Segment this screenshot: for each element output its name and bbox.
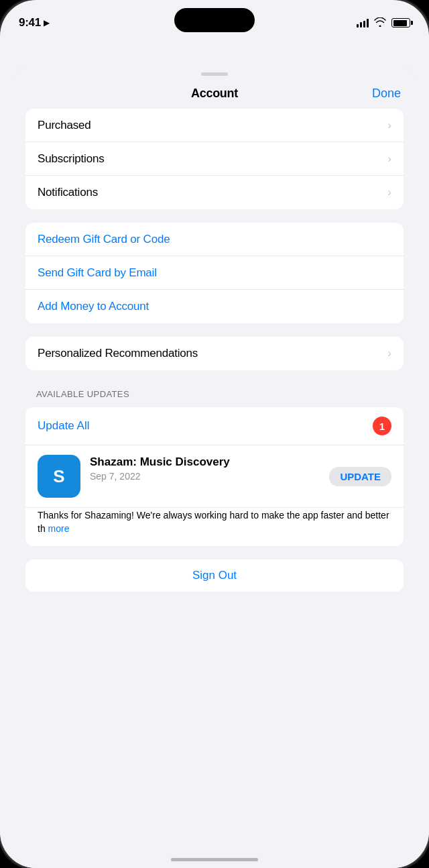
signal-bar-4 (367, 19, 369, 28)
section2-card: Redeem Gift Card or Code Send Gift Card … (25, 223, 404, 323)
purchased-row[interactable]: Purchased › (25, 109, 404, 142)
status-time: 9:41 (19, 16, 41, 30)
updates-card: Update All 1 S (25, 407, 404, 546)
update-all-row[interactable]: Update All 1 (25, 407, 404, 445)
more-link[interactable]: more (48, 523, 70, 534)
notifications-label: Notifications (38, 186, 98, 199)
app-date: Sep 7, 2022 (90, 471, 320, 482)
home-indicator (171, 858, 258, 861)
send-gift-row[interactable]: Send Gift Card by Email (25, 256, 404, 290)
sign-out-row[interactable]: Sign Out (25, 559, 404, 592)
phone-frame: 9:41 ▶ (0, 0, 429, 868)
sign-out-label: Sign Out (192, 569, 237, 582)
redeem-gift-row[interactable]: Redeem Gift Card or Code (25, 223, 404, 256)
available-updates-label: AVAILABLE UPDATES (15, 384, 414, 404)
update-all-label: Update All (38, 419, 90, 433)
personalized-row[interactable]: Personalized Recommendations › (25, 337, 404, 370)
app-description-row: Thanks for Shazaming! We're always worki… (25, 508, 404, 546)
subscriptions-label: Subscriptions (38, 152, 104, 166)
sign-out-card: Sign Out (25, 559, 404, 592)
app-row-shazam: S Shazam: Music Discovery Sep 7, 2022 UP… (25, 445, 404, 508)
subscriptions-row[interactable]: Subscriptions › (25, 142, 404, 176)
done-button[interactable]: Done (372, 87, 401, 101)
app-row-content: S Shazam: Music Discovery Sep 7, 2022 UP… (38, 455, 391, 498)
section3-card: Personalized Recommendations › (25, 337, 404, 370)
shazam-app-icon: S (38, 455, 80, 498)
modal-header: Account Done (15, 76, 414, 109)
app-name: Shazam: Music Discovery (90, 455, 320, 470)
battery-fill (393, 20, 408, 26)
add-money-row[interactable]: Add Money to Account (25, 290, 404, 323)
modal-title: Account (191, 87, 238, 101)
personalized-chevron: › (387, 347, 391, 360)
signal-bar-2 (360, 22, 362, 28)
app-info: Shazam: Music Discovery Sep 7, 2022 (90, 455, 320, 486)
notifications-row[interactable]: Notifications › (25, 176, 404, 209)
purchased-chevron: › (387, 119, 391, 132)
dynamic-island (174, 8, 255, 32)
svg-text:S: S (53, 466, 64, 486)
send-gift-label: Send Gift Card by Email (38, 266, 157, 280)
battery-icon (391, 18, 410, 28)
wifi-icon (374, 17, 386, 29)
status-icons (357, 17, 410, 29)
signal-bars (357, 18, 369, 28)
modal-sheet: Account Done Purchased › Subscriptions › (15, 67, 414, 868)
content-scroll[interactable]: Purchased › Subscriptions › Notification… (15, 109, 414, 856)
app-description: Thanks for Shazaming! We're always worki… (38, 510, 389, 534)
subscriptions-chevron: › (387, 152, 391, 166)
add-money-label: Add Money to Account (38, 300, 149, 313)
purchased-label: Purchased (38, 119, 90, 132)
update-badge: 1 (373, 417, 391, 435)
update-button[interactable]: UPDATE (329, 467, 391, 486)
phone-screen: 9:41 ▶ (0, 0, 429, 868)
signal-bar-3 (363, 21, 365, 28)
personalized-label: Personalized Recommendations (38, 347, 198, 360)
section1-card: Purchased › Subscriptions › Notification… (25, 109, 404, 209)
redeem-gift-label: Redeem Gift Card or Code (38, 233, 170, 246)
shazam-icon-svg: S (44, 462, 74, 491)
notifications-chevron: › (387, 186, 391, 199)
signal-bar-1 (357, 24, 359, 28)
location-icon: ▶ (44, 18, 50, 28)
